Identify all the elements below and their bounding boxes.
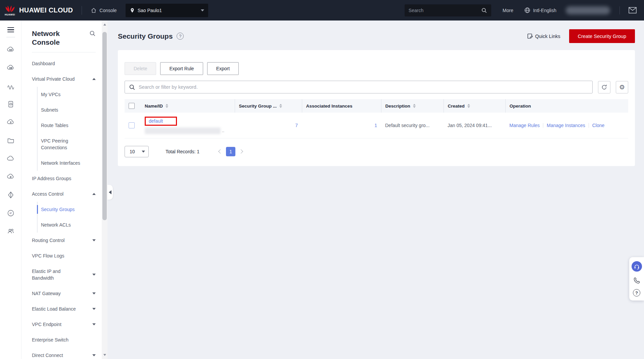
sidebar-item-access-control[interactable]: Access Control [32,186,96,202]
sort-icon[interactable] [413,104,416,108]
sidebar-item-nat-gateway[interactable]: NAT Gateway [32,286,96,301]
sidebar-nav: Dashboard Virtual Private Cloud My VPCs … [32,56,96,359]
global-search-input[interactable] [409,8,481,13]
caret-up-icon [92,193,96,195]
sidebar-item-my-vpcs[interactable]: My VPCs [41,87,96,102]
sidebar-title: Network Console [32,29,72,47]
more-menu[interactable]: More [503,8,513,13]
manage-rules-link[interactable]: Manage Rules [509,123,540,128]
topbar-divider [619,6,620,14]
support-chat-button[interactable] [632,261,642,272]
sidebar-item-elastic-load-balance[interactable]: Elastic Load Balance [32,301,96,317]
eip-icon[interactable]: IP [7,209,15,217]
caret-down-icon [92,323,96,325]
sidebar-item-ip-address-groups[interactable]: IP Address Groups [32,171,96,186]
logo-caption: HUAWEI [5,13,15,16]
security-group-name-link[interactable]: default [149,118,163,124]
row-checkbox[interactable] [129,122,135,128]
headset-icon [634,263,640,270]
refresh-icon [601,84,607,90]
sidebar-item-vpc-endpoint[interactable]: VPC Endpoint [32,317,96,332]
export-rule-button[interactable]: Export Rule [160,62,203,75]
sidebar-scrollbar[interactable] [102,21,107,359]
scroll-up-arrow[interactable] [102,22,107,27]
column-operation: Operation [510,104,531,109]
column-associated-instances: Associated Instances [306,104,353,109]
rules-count-link[interactable]: 7 [295,123,298,128]
folder-icon[interactable] [7,136,15,145]
rail-divider [6,37,15,37]
keyword-search-input[interactable] [139,84,588,90]
global-search[interactable] [405,4,491,16]
manage-instances-link[interactable]: Manage Instances [547,123,585,128]
hotline-button[interactable] [633,277,640,284]
ecs-cloud-icon[interactable] [7,46,15,54]
console-link[interactable]: Console [91,7,117,13]
sidebar-item-route-tables[interactable]: Route Tables [41,118,96,133]
description-cell: Default security gro... [381,113,444,138]
sidebar-item-vpc-flow-logs[interactable]: VPC Flow Logs [32,248,96,264]
sort-icon[interactable] [467,104,470,108]
delete-button[interactable]: Delete [125,62,156,75]
huawei-logo[interactable]: HUAWEI [5,5,15,16]
sidebar-search-icon[interactable] [89,30,96,47]
sidebar-item-network-interfaces[interactable]: Network Interfaces [41,155,96,171]
settings-button[interactable]: ⚙ [616,81,628,93]
user-group-icon[interactable] [7,227,15,235]
cdn-cloud-icon[interactable] [7,173,15,181]
help-icon[interactable]: ? [633,289,640,296]
scrollbar-thumb[interactable] [102,32,107,220]
search-icon[interactable] [481,7,487,13]
gear-icon: ⚙ [619,84,625,90]
column-name-id: Name/ID [145,104,163,109]
sidebar-item-network-acls[interactable]: Network ACLs [41,217,96,233]
page-size-value: 10 [130,149,135,154]
region-selector[interactable]: Sao Paulo1 [126,4,208,17]
sort-icon[interactable] [166,104,168,108]
hamburger-menu-icon[interactable] [7,26,14,34]
sidebar-item-enterprise-switch[interactable]: Enterprise Switch [32,332,96,348]
scroll-down-arrow[interactable] [102,352,107,358]
pagination: 10 Total Records: 1 1 [125,146,628,157]
keyword-search[interactable] [125,81,593,93]
vpn-icon[interactable] [7,191,15,199]
sidebar-item-security-groups[interactable]: Security Groups [41,202,96,217]
create-security-group-button[interactable]: Create Security Group [569,29,635,43]
sidebar-item-virtual-private-cloud[interactable]: Virtual Private Cloud [32,71,96,87]
caret-down-icon [92,308,96,310]
image-service-icon[interactable] [7,100,15,108]
refresh-button[interactable] [598,81,610,93]
column-security-group-rules: Security Group ... [239,104,277,109]
upload-cloud-icon[interactable] [7,118,15,126]
vpc-subgroup: My VPCs Subnets Route Tables VPC Peering… [37,87,96,171]
prev-page-icon[interactable] [218,149,223,154]
language-label: Intl-English [533,8,556,13]
sidebar-divider [32,52,96,52]
messages-button[interactable] [629,7,637,13]
sidebar-item-elastic-ip-and-bandwidth[interactable]: Elastic IP and Bandwidth [32,264,96,286]
select-all-checkbox[interactable] [129,103,135,109]
sort-icon[interactable] [279,104,282,108]
sidebar-item-subnets[interactable]: Subnets [41,102,96,118]
annotation-highlight-box: default [145,117,177,126]
sidebar-item-direct-connect[interactable]: Direct Connect [32,348,96,359]
account-name-redacted[interactable] [566,6,610,14]
link-separator [589,123,589,128]
clone-link[interactable]: Clone [592,123,605,128]
evs-cloud-icon[interactable] [7,64,15,72]
main-content: Security Groups ? Quick Links Create Sec… [107,21,644,359]
language-selector[interactable]: Intl-English [524,7,556,13]
sidebar-item-dashboard[interactable]: Dashboard [32,56,96,71]
sidebar-item-routing-control[interactable]: Routing Control [32,233,96,248]
instances-count-link[interactable]: 1 [374,123,377,128]
next-page-icon[interactable] [239,149,243,154]
vpc-cloud-icon[interactable] [7,155,15,163]
help-icon[interactable]: ? [177,33,184,40]
auto-scaling-icon[interactable] [7,82,15,90]
page-size-select[interactable]: 10 [125,146,149,157]
export-button[interactable]: Export [207,62,239,75]
quick-links-button[interactable]: Quick Links [527,33,560,39]
security-groups-table: Name/ID Security Group ... Associated In… [125,99,628,138]
current-page[interactable]: 1 [226,147,235,156]
sidebar-item-vpc-peering-connections[interactable]: VPC Peering Connections [41,133,96,155]
